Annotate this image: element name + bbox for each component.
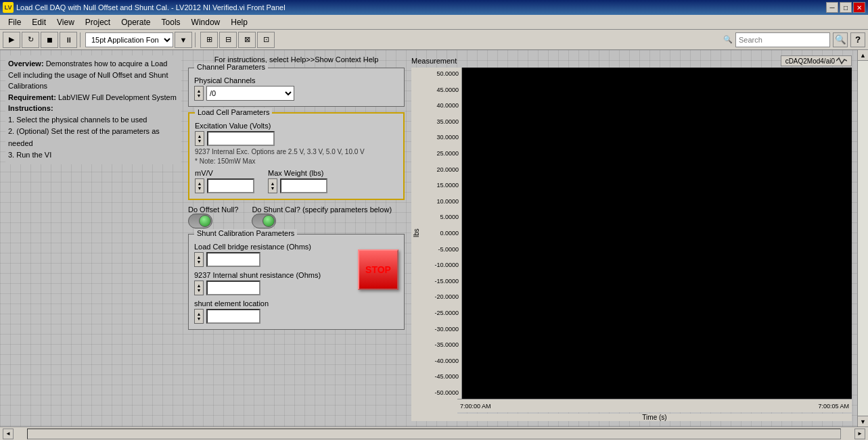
x-start-label: 7:00:00 AM	[460, 403, 491, 410]
max-weight-group: Max Weight (lbs) ▲▼ 500	[268, 169, 327, 193]
physical-channels-select[interactable]: /0	[206, 86, 294, 101]
max-weight-input[interactable]: 500	[280, 178, 327, 193]
font-selector[interactable]: 15pt Application Font	[85, 32, 173, 47]
max-weight-spinner[interactable]: ▲▼	[268, 178, 277, 193]
instructions-bold: Instructions:	[8, 104, 53, 112]
mv-v-group: mV/V ▲▼ 2	[195, 169, 254, 193]
shunt-location-label: shunt element location	[194, 299, 352, 308]
offset-null-label: Do Offset Null?	[188, 205, 238, 214]
menu-window[interactable]: Window	[186, 16, 226, 28]
excitation-input[interactable]: 2.5	[207, 131, 275, 146]
scrollbar-down[interactable]: ▼	[858, 416, 868, 426]
align-button[interactable]: ⊞	[200, 32, 218, 48]
shunt-fields: Load Cell bridge resistance (Ohms) ▲▼ 12…	[194, 243, 352, 324]
channel-spinner[interactable]: ▲▼	[194, 86, 204, 101]
menu-project[interactable]: Project	[80, 16, 116, 28]
overview-text: Overview: Demonstrates how to acquire a …	[5, 55, 181, 164]
menu-operate[interactable]: Operate	[116, 16, 156, 28]
offset-null-toggle[interactable]	[188, 214, 212, 228]
requirement-bold: Requirement:	[8, 93, 56, 101]
max-weight-input-row: ▲▼ 500	[268, 178, 327, 193]
excitation-note2: * Note: 150mW Max	[195, 157, 398, 165]
chart-wave-icon	[836, 57, 847, 65]
bridge-resistance-row: ▲▼ 120	[194, 252, 352, 267]
time-label: Time (s)	[457, 414, 852, 421]
maximize-button[interactable]: □	[840, 2, 852, 13]
y-tick: 0.0000	[423, 230, 460, 237]
close-button[interactable]: ✕	[853, 2, 865, 13]
shunt-location-input[interactable]: R4	[206, 309, 260, 324]
instruction-3: 3. Run the VI	[8, 149, 179, 162]
chart-tab-label: cDAQ2Mod4/ai0	[785, 57, 835, 65]
title-bar: LV Load Cell DAQ with Null Offset and Sh…	[0, 0, 868, 15]
horizontal-scrollbar[interactable]	[27, 429, 841, 439]
physical-channels-row: ▲▼ /0	[194, 86, 398, 101]
y-axis: 50.000045.000040.000035.000030.000025.00…	[421, 68, 462, 399]
chart-tab-container: cDAQ2Mod4/ai0	[781, 55, 852, 66]
run-continuously-button[interactable]: ↻	[22, 32, 39, 48]
shunt-calibration-title: Shunt Calibration Parameters	[194, 229, 297, 237]
menu-help[interactable]: Help	[225, 16, 253, 28]
x-label-spacer	[411, 412, 457, 421]
pause-button[interactable]: ⏸	[60, 32, 77, 48]
excitation-spinner[interactable]: ▲▼	[195, 131, 204, 146]
reorder-button[interactable]: ⊡	[257, 32, 275, 48]
bridge-resistance-spinner[interactable]: ▲▼	[194, 252, 204, 267]
excitation-note: 9237 Internal Exc. Options are 2.5 V, 3.…	[195, 148, 398, 155]
scroll-left-button[interactable]: ◄	[3, 429, 14, 439]
center-panel: For instructions, select Help>>Show Cont…	[188, 55, 405, 421]
y-tick: -25.0000	[423, 310, 460, 316]
y-tick: -50.0000	[423, 389, 460, 396]
menu-edit[interactable]: Edit	[26, 16, 51, 28]
internal-shunt-spinner[interactable]: ▲▼	[194, 280, 204, 295]
channel-parameters-group: Channel Parameters Physical Channels ▲▼ …	[188, 68, 405, 107]
menu-view[interactable]: View	[51, 16, 80, 28]
search-button[interactable]: 🔍	[833, 32, 848, 47]
separator-2	[195, 32, 198, 47]
y-tick: 50.0000	[423, 70, 460, 77]
search-icon: 🔍	[723, 35, 733, 44]
shunt-cal-group: Do Shunt Cal? (specify parameters below)	[252, 205, 392, 228]
offset-null-group: Do Offset Null?	[188, 205, 238, 228]
left-panel: Overview: Demonstrates how to acquire a …	[5, 55, 181, 421]
y-tick: -15.0000	[423, 278, 460, 285]
x-label-container: Time (s)	[411, 412, 852, 421]
bridge-resistance-input[interactable]: 120	[206, 252, 260, 267]
mv-v-spinner[interactable]: ▲▼	[195, 178, 204, 193]
internal-shunt-input[interactable]: 100k	[206, 280, 260, 295]
shunt-cal-toggle[interactable]	[252, 214, 276, 228]
help-button[interactable]: ?	[850, 32, 865, 47]
search-input[interactable]	[735, 32, 830, 47]
y-tick: 45.0000	[423, 87, 460, 93]
vertical-scrollbar[interactable]: ▲ ▼	[857, 50, 868, 426]
scroll-right-button[interactable]: ►	[854, 429, 865, 439]
y-tick: -5.0000	[423, 246, 460, 253]
scrollbar-up[interactable]: ▲	[858, 50, 868, 61]
shunt-location-spinner[interactable]: ▲▼	[194, 309, 204, 324]
run-button[interactable]: ▶	[3, 32, 20, 48]
mv-v-label: mV/V	[195, 169, 254, 177]
font-size-down[interactable]: ▼	[175, 32, 192, 48]
distribute-button[interactable]: ⊟	[219, 32, 237, 48]
excitation-row: ▲▼ 2.5	[195, 131, 398, 146]
menu-tools[interactable]: Tools	[156, 16, 186, 28]
offset-null-knob	[199, 215, 211, 227]
resize-button[interactable]: ⊠	[238, 32, 256, 48]
stop-button[interactable]: STOP	[358, 249, 398, 290]
app-icon: LV	[3, 2, 14, 13]
chart-plot[interactable]	[462, 68, 852, 399]
abort-button[interactable]: ⏹	[41, 32, 58, 48]
y-tick: 15.0000	[423, 182, 460, 189]
chart-header: Measurement cDAQ2Mod4/ai0	[411, 55, 852, 66]
y-axis-label: lbs	[411, 68, 421, 399]
chart-tab[interactable]: cDAQ2Mod4/ai0	[781, 55, 852, 66]
y-tick: 20.0000	[423, 166, 460, 173]
y-tick: -20.0000	[423, 293, 460, 300]
scrollbar-track-v[interactable]	[858, 61, 868, 416]
mv-v-input[interactable]: 2	[207, 178, 254, 193]
minimize-button[interactable]: ─	[826, 2, 838, 13]
chart-wrapper: lbs 50.000045.000040.000035.000030.00002…	[411, 68, 852, 421]
x-axis-container: 7:00:00 AM 7:00:05 AM	[411, 399, 852, 412]
menu-file[interactable]: File	[3, 16, 26, 28]
instruction-2: 2. (Optional) Set the rest of the parame…	[8, 126, 179, 149]
